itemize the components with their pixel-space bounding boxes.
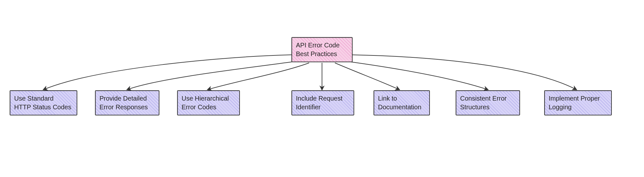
child-node-5: Consistent Error Structures — [456, 90, 520, 115]
edge-2 — [208, 63, 309, 90]
child-node-1: Provide Detailed Error Responses — [95, 90, 159, 115]
child-2-line1: Use Hierarchical — [182, 94, 235, 103]
child-node-2: Use Hierarchical Error Codes — [177, 90, 240, 115]
child-node-0: Use Standard HTTP Status Codes — [10, 90, 77, 115]
root-line2: Best Practices — [296, 50, 348, 58]
root-line1: API Error Code — [296, 41, 348, 50]
edge-6 — [351, 55, 576, 90]
child-4-line2: Documentation — [378, 103, 425, 112]
child-5-line1: Consistent Error — [460, 94, 516, 103]
connectors — [0, 0, 644, 177]
child-5-line2: Structures — [460, 103, 516, 112]
child-0-line2: HTTP Status Codes — [14, 103, 73, 112]
child-node-6: Implement Proper Logging — [544, 90, 612, 115]
child-1-line1: Provide Detailed — [99, 94, 155, 103]
child-6-line1: Implement Proper — [549, 94, 607, 103]
edge-5 — [346, 61, 488, 90]
edge-0 — [43, 55, 291, 90]
child-2-line2: Error Codes — [182, 103, 235, 112]
child-node-3: Include Request Identifier — [291, 90, 354, 115]
child-node-4: Link to Documentation — [374, 90, 430, 115]
edge-4 — [335, 63, 399, 90]
child-0-line1: Use Standard — [14, 94, 73, 103]
child-4-line1: Link to — [378, 94, 425, 103]
edge-1 — [127, 61, 296, 90]
child-6-line2: Logging — [549, 103, 607, 112]
child-1-line2: Error Responses — [99, 103, 155, 112]
child-3-line1: Include Request — [296, 94, 350, 103]
diagram-canvas: API Error Code Best Practices Use Standa… — [0, 0, 644, 177]
child-3-line2: Identifier — [296, 103, 350, 112]
root-node: API Error Code Best Practices — [291, 37, 353, 62]
